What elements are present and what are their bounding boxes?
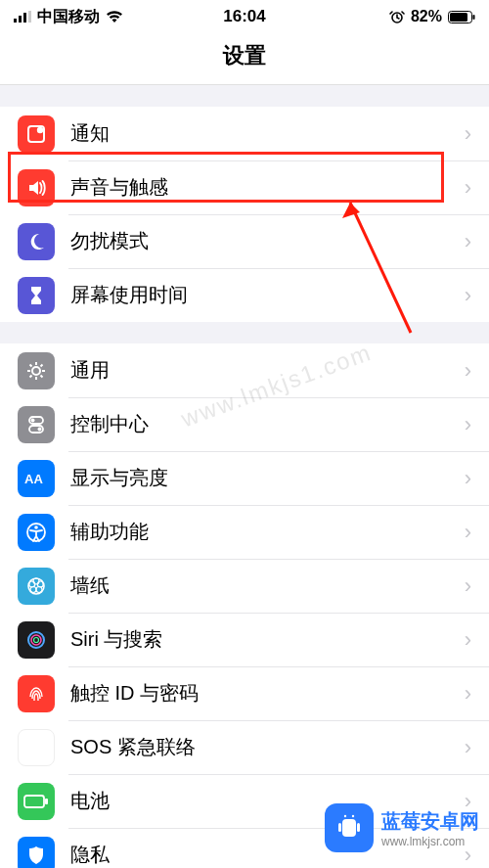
chevron-right-icon: › [465,412,471,437]
row-label: 控制中心 [70,411,465,437]
row-screentime[interactable]: 屏幕使用时间 › [0,268,489,322]
svg-rect-7 [473,15,475,20]
row-label: 勿扰模式 [70,228,465,254]
row-controlcenter[interactable]: 控制中心 › [0,397,489,451]
svg-point-10 [32,367,40,375]
svg-point-9 [37,126,43,132]
row-dnd[interactable]: 勿扰模式 › [0,214,489,268]
status-time: 16:04 [223,7,265,26]
chevron-right-icon: › [465,573,471,599]
touchid-icon [18,675,55,712]
row-label: 显示与亮度 [70,465,465,491]
dnd-icon [18,223,55,260]
chevron-right-icon: › [465,627,471,653]
notifications-icon [18,115,55,153]
svg-rect-27 [24,796,44,807]
row-label: 辅助功能 [70,519,465,545]
row-accessibility[interactable]: 辅助功能 › [0,505,489,559]
row-label: SOS 紧急联络 [70,734,465,760]
svg-point-23 [29,581,35,587]
battery-icon [448,11,475,23]
privacy-icon [18,837,55,869]
wifi-icon [106,11,123,23]
chevron-right-icon: › [465,121,471,147]
brand-badge: 蓝莓安卓网 www.lmkjsr.com [325,803,479,852]
chevron-right-icon: › [465,466,471,491]
battery-pct: 82% [411,8,442,25]
row-notifications[interactable]: 通知 › [0,107,489,160]
chevron-right-icon: › [465,175,471,201]
brand-logo-icon [325,803,374,852]
row-label: 屏幕使用时间 [70,282,465,308]
row-label: 墙纸 [70,572,465,599]
carrier-label: 中国移动 [37,7,100,27]
sounds-icon [18,169,55,206]
svg-point-33 [352,815,354,817]
svg-point-25 [31,635,41,645]
svg-point-19 [33,578,39,584]
chevron-right-icon: › [465,520,471,545]
controlcenter-icon [18,406,55,443]
chevron-right-icon: › [465,681,471,707]
status-right: 82% [389,8,475,25]
svg-rect-3 [28,11,31,23]
chevron-right-icon: › [465,229,471,254]
chevron-right-icon: › [465,735,471,760]
wallpaper-icon [18,568,55,605]
row-wallpaper[interactable]: 墙纸 › [0,559,489,613]
sos-icon: SOS [18,729,55,766]
settings-group-1: 通知 › 声音与触感 › 勿扰模式 › 屏幕使用时间 › [0,107,489,322]
row-display[interactable]: AA 显示与亮度 › [0,451,489,505]
alarm-icon [389,9,405,24]
svg-point-14 [38,427,42,431]
svg-point-12 [31,418,35,422]
row-label: 声音与触感 [70,174,465,201]
row-label: 通用 [70,357,465,384]
svg-point-32 [344,815,346,817]
display-icon: AA [18,460,55,497]
svg-rect-34 [338,823,341,832]
svg-point-26 [34,637,39,642]
row-general[interactable]: 通用 › [0,343,489,397]
svg-rect-35 [357,823,360,832]
svg-rect-2 [23,13,26,23]
signal-icon [14,11,31,23]
chevron-right-icon: › [465,358,471,384]
svg-rect-28 [45,799,48,804]
svg-rect-6 [450,13,467,22]
row-sos[interactable]: SOS SOS 紧急联络 › [0,720,489,774]
row-label: Siri 与搜索 [70,626,465,653]
page-title: 设置 [0,33,489,85]
row-siri[interactable]: Siri 与搜索 › [0,613,489,666]
row-label: 通知 [70,120,465,147]
svg-rect-1 [19,16,22,23]
svg-text:AA: AA [24,472,43,486]
settings-group-2: 通用 › 控制中心 › AA 显示与亮度 › 辅助功能 › 墙纸 › Siri … [0,343,489,868]
svg-point-17 [34,525,38,529]
svg-rect-31 [342,819,356,837]
accessibility-icon [18,514,55,551]
battery-settings-icon [18,783,55,820]
screentime-icon [18,277,55,314]
row-sounds[interactable]: 声音与触感 › [0,160,489,214]
brand-url: www.lmkjsr.com [381,835,479,848]
row-touchid[interactable]: 触控 ID 与密码 › [0,666,489,720]
status-bar: 中国移动 16:04 82% [0,0,489,33]
svg-rect-0 [14,19,17,23]
chevron-right-icon: › [465,283,471,308]
status-left: 中国移动 [14,7,123,27]
svg-point-21 [36,586,42,592]
brand-name: 蓝莓安卓网 [381,808,479,835]
siri-icon [18,621,55,659]
row-label: 触控 ID 与密码 [70,680,465,707]
general-icon [18,352,55,389]
